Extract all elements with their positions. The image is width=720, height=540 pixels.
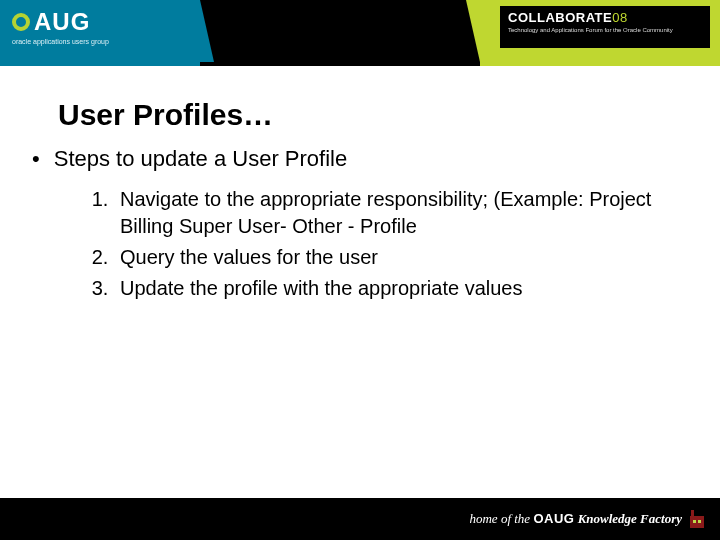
svg-rect-3 [698,520,701,523]
bullet-dot-icon: • [32,146,40,172]
header-mid [200,0,480,62]
collaborate-title-text: COLLABORATE [508,10,612,25]
list-item: Query the values for the user [114,244,680,271]
svg-rect-0 [690,516,704,528]
slide-body: User Profiles… • Steps to update a User … [0,62,720,498]
oaug-logo-text: AUG [34,8,90,36]
slide-header: AUG oracle applications users group COLL… [0,0,720,62]
header-left-brand: AUG oracle applications users group [0,0,200,62]
svg-rect-1 [691,510,694,516]
list-item: Navigate to the appropriate responsibili… [114,186,680,240]
list-item: Update the profile with the appropriate … [114,275,680,302]
svg-rect-2 [693,520,696,523]
header-right-brand: COLLABORATE08 Technology and Application… [480,0,720,62]
footer-factory: Factory [640,511,682,526]
collaborate-subtitle: Technology and Applications Forum for th… [508,27,702,33]
bullet-text: Steps to update a User Profile [54,146,348,172]
oaug-logo-circle-icon [12,13,30,31]
slide-footer: home of the OAUG Knowledge Factory [0,498,720,540]
collaborate-title: COLLABORATE08 [508,10,702,25]
bullet-item: • Steps to update a User Profile [58,146,680,172]
footer-text: home of the OAUG Knowledge Factory [469,511,682,527]
collaborate-badge: COLLABORATE08 Technology and Application… [500,6,710,48]
slide-title: User Profiles… [58,98,680,132]
steps-list: Navigate to the appropriate responsibili… [114,186,680,302]
collaborate-year: 08 [612,10,627,25]
header-divider [0,62,720,66]
footer-knowledge: Knowledge [578,511,640,526]
slide: AUG oracle applications users group COLL… [0,0,720,540]
footer-prefix: home of the [469,511,533,526]
oaug-logo: AUG [12,8,188,36]
factory-icon [688,508,706,530]
oaug-tagline: oracle applications users group [12,38,188,45]
footer-brand: OAUG [533,511,574,526]
